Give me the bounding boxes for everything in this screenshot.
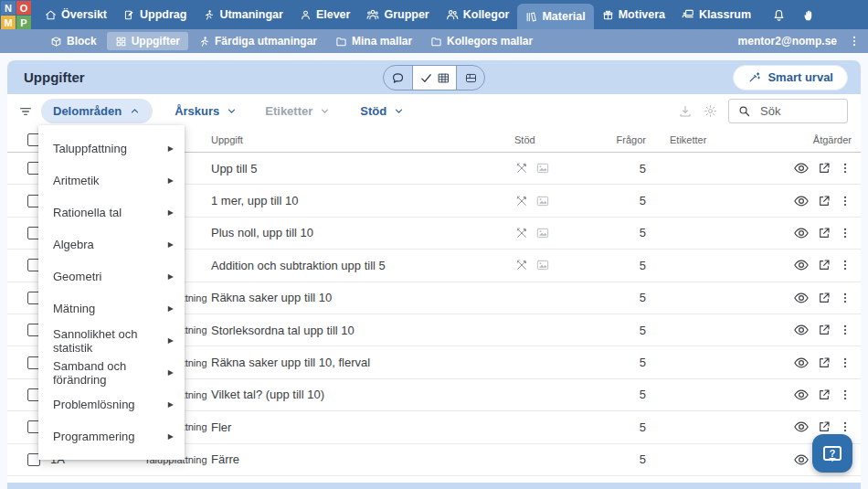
submenu-arrow-icon: ▶ — [168, 272, 174, 281]
topnav-item-översikt[interactable]: Översikt — [37, 0, 115, 29]
row-kebab-menu-button[interactable] — [839, 259, 852, 271]
topnav-item-elever[interactable]: Elever — [291, 0, 359, 29]
delomraden-dropdown-menu: Taluppfattning ▶ Aritmetik ▶ Rationella … — [38, 125, 185, 460]
search-input[interactable] — [758, 103, 839, 119]
row-fragor: 5 — [558, 259, 646, 272]
image-icon — [535, 258, 550, 272]
overflow-menu-icon[interactable] — [848, 35, 861, 48]
submenu-arrow-icon: ▶ — [168, 176, 174, 185]
preview-eye-button[interactable] — [793, 419, 810, 435]
colleagues-icon — [446, 8, 459, 21]
topnav-item-klassrum[interactable]: Klassrum — [673, 0, 759, 29]
open-external-button[interactable] — [817, 323, 831, 337]
row-uppgift: 1 mer, upp till 10 — [204, 194, 507, 207]
groups-icon — [366, 8, 379, 21]
row-support-icons — [507, 161, 558, 175]
preview-eye-button[interactable] — [793, 160, 810, 176]
row-fragor: 5 — [558, 194, 646, 207]
dropdown-item-taluppfattning[interactable]: Taluppfattning ▶ — [38, 133, 185, 165]
topnav-item-motivera[interactable]: Motivera — [594, 0, 673, 29]
subnav-item-uppgifter[interactable]: Uppgifter — [107, 32, 188, 50]
chevron-down-icon — [226, 105, 238, 117]
row-kebab-menu-button[interactable] — [839, 195, 852, 207]
row-kebab-menu-button[interactable] — [839, 227, 852, 239]
dropdown-item-sannolikhet-och-statistik[interactable]: Sannolikhet och statistik ▶ — [38, 324, 185, 356]
home-icon — [45, 9, 57, 21]
subnav-item-block[interactable]: Block — [42, 32, 105, 50]
preview-eye-button[interactable] — [793, 355, 810, 371]
topnav-item-uppdrag[interactable]: Uppdrag — [115, 0, 195, 29]
row-fragor: 5 — [558, 420, 646, 434]
row-kebab-menu-button[interactable] — [839, 292, 852, 304]
dropdown-item-rationella-tal[interactable]: Rationella tal ▶ — [38, 197, 185, 229]
row-uppgift: Addition och subtraktion upp till 5 — [204, 259, 507, 272]
row-kebab-menu-button[interactable] — [839, 420, 852, 433]
open-external-button[interactable] — [817, 194, 831, 208]
tools-icon — [514, 226, 529, 240]
row-uppgift: Vilket tal? (upp till 10) — [204, 388, 507, 401]
dropdown-item-algebra[interactable]: Algebra ▶ — [38, 229, 185, 260]
submenu-arrow-icon: ▶ — [168, 240, 174, 249]
dropdown-item-geometri[interactable]: Geometri ▶ — [38, 260, 185, 292]
magic-wand-icon — [747, 70, 761, 84]
preview-eye-button[interactable] — [793, 322, 810, 338]
row-uppgift: Plus noll, upp till 10 — [204, 226, 507, 239]
preview-eye-button[interactable] — [793, 193, 810, 209]
chat-view-button[interactable] — [384, 66, 412, 90]
row-uppgift: Upp till 5 — [204, 162, 507, 175]
submenu-arrow-icon: ▶ — [168, 336, 174, 345]
folder-icon — [335, 36, 347, 48]
dropdown-item-m-tning[interactable]: Mätning ▶ — [38, 292, 185, 324]
logo-letter: N — [1, 1, 16, 15]
open-external-button[interactable] — [817, 420, 831, 434]
user-email[interactable]: mentor2@nomp.se — [738, 35, 837, 48]
row-kebab-menu-button[interactable] — [839, 324, 852, 336]
cards-view-button[interactable] — [456, 66, 484, 90]
open-external-button[interactable] — [817, 356, 831, 370]
row-kebab-menu-button[interactable] — [839, 162, 852, 175]
open-external-button[interactable] — [817, 161, 831, 175]
delomraden-filter-button[interactable]: Delområden — [41, 99, 153, 123]
nomp-logo[interactable]: NOMP — [0, 0, 31, 29]
col-fragor: Frågor — [558, 134, 646, 145]
topnav-item-utmaningar[interactable]: Utmaningar — [195, 0, 291, 29]
preview-eye-button[interactable] — [793, 387, 810, 403]
dropdown-item-samband-och-f-r-ndring[interactable]: Samband och förändring ▶ — [38, 356, 185, 388]
help-button[interactable]: ? — [812, 434, 852, 473]
search-icon — [737, 104, 751, 118]
preview-eye-button[interactable] — [793, 225, 810, 241]
card-deck-icon — [464, 71, 478, 85]
dropdown-item-programmering[interactable]: Programmering ▶ — [38, 420, 185, 452]
hand-icon[interactable] — [802, 8, 816, 22]
bell-icon[interactable] — [772, 8, 786, 22]
stod-filter-button[interactable]: Stöd — [360, 104, 405, 118]
open-external-button[interactable] — [817, 388, 831, 402]
topnav-item-grupper[interactable]: Grupper — [358, 0, 437, 29]
card-header: Uppgifter Smart urval — [7, 60, 861, 94]
row-kebab-menu-button[interactable] — [839, 356, 852, 369]
dropdown-item-probleml-sning[interactable]: Problemlösning ▶ — [38, 388, 185, 420]
table-view-button[interactable] — [412, 66, 456, 90]
subnav-item-kollegors-mallar[interactable]: Kollegors mallar — [422, 32, 541, 50]
arskurs-filter-button[interactable]: Årskurs — [175, 104, 238, 118]
open-external-button[interactable] — [817, 291, 831, 305]
submenu-arrow-icon: ▶ — [168, 304, 174, 313]
preview-eye-button[interactable] — [793, 257, 810, 273]
subnav-item-f-rdiga-utmaningar[interactable]: Färdiga utmaningar — [190, 32, 325, 50]
top-navbar: NOMP Översikt Uppdrag Utmaningar Elever … — [0, 0, 868, 29]
subnav-item-mina-mallar[interactable]: Mina mallar — [327, 32, 420, 50]
topnav-item-material[interactable]: Material — [517, 4, 593, 29]
help-bubble-icon: ? — [823, 446, 842, 461]
topnav-item-kollegor[interactable]: Kollegor — [438, 0, 518, 29]
row-uppgift: Fler — [204, 420, 507, 434]
dropdown-item-aritmetik[interactable]: Aritmetik ▶ — [38, 165, 185, 197]
chevron-up-icon — [129, 105, 141, 117]
preview-eye-button[interactable] — [793, 290, 810, 306]
preview-eye-button[interactable] — [793, 452, 810, 468]
smart-urval-button[interactable]: Smart urval — [733, 65, 848, 90]
page-title: Uppgifter — [24, 69, 85, 85]
row-kebab-menu-button[interactable] — [839, 388, 852, 401]
filter-icon[interactable] — [18, 104, 33, 119]
open-external-button[interactable] — [817, 258, 831, 272]
open-external-button[interactable] — [817, 226, 831, 240]
